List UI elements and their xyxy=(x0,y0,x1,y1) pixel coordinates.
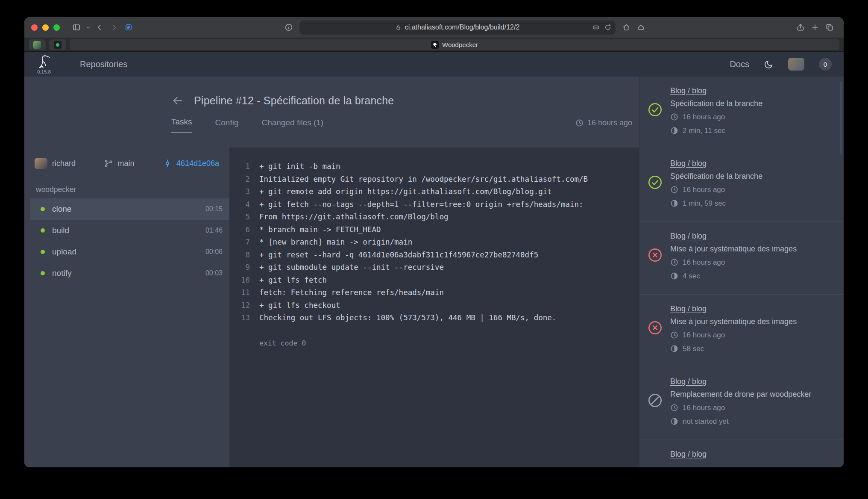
tab-title: Woodpecker xyxy=(442,41,478,48)
tab-tasks[interactable]: Tasks xyxy=(171,117,192,133)
browser-window: ci.athaliasoft.com/Blog/blog/build/12/2 … xyxy=(24,17,844,467)
zoom-button[interactable] xyxy=(53,24,60,31)
build-duration-text: 2 min, 11 sec xyxy=(683,125,725,136)
commit-link[interactable]: 4614d1e06a xyxy=(163,159,219,168)
sidebar-chevron-icon[interactable] xyxy=(84,21,92,34)
commit-sha: 4614d1e06a xyxy=(176,159,219,168)
build-time-text: 16 hours ago xyxy=(683,330,725,340)
build-item[interactable]: Blog / blog Spécification de la branche … xyxy=(639,149,844,222)
builds-sidebar: Blog / blog Spécification de la branche … xyxy=(639,77,844,467)
forward-button[interactable] xyxy=(107,21,121,34)
cloud-tabs-button[interactable] xyxy=(633,21,648,34)
build-message: Spécification de la branche xyxy=(670,98,762,109)
step-status-dot xyxy=(41,207,45,211)
build-repo-link[interactable]: Blog / blog xyxy=(670,377,707,386)
tab-overview-button[interactable] xyxy=(822,21,837,34)
woodpecker-bird-icon xyxy=(36,54,52,70)
build-success-icon xyxy=(647,159,664,216)
step-upload[interactable]: upload 00:06 xyxy=(30,241,229,263)
log-line-text: fetch: Fetching reference refs/heads/mai… xyxy=(259,286,444,299)
dark-mode-toggle-moon-icon[interactable] xyxy=(764,59,774,69)
log-line-number: 7 xyxy=(237,236,250,249)
build-duration: not started yet xyxy=(670,416,811,427)
step-build[interactable]: build 01:46 xyxy=(30,220,229,241)
exit-code: exit code 0 xyxy=(237,337,632,350)
step-status-dot xyxy=(41,250,45,254)
notifications-badge[interactable]: 0 xyxy=(819,58,832,71)
log-line-number: 2 xyxy=(237,173,250,186)
build-item[interactable]: Blog / blog Mise à jour systématique des… xyxy=(639,295,844,367)
back-button[interactable] xyxy=(92,21,107,34)
build-item[interactable]: Blog / blog xyxy=(639,440,844,467)
reload-icon[interactable] xyxy=(604,24,612,31)
build-duration-text: 1 min, 59 sec xyxy=(683,198,726,209)
build-status-icon xyxy=(647,449,664,467)
build-time-text: 16 hours ago xyxy=(683,257,725,268)
clock-icon xyxy=(670,258,678,266)
log-line-number: 9 xyxy=(237,261,250,274)
address-bar[interactable]: ci.athaliasoft.com/Blog/blog/build/12/2 xyxy=(299,21,616,35)
app-navbar: 0.15.8 Repositories Docs 0 xyxy=(24,52,844,77)
build-repo-link[interactable]: Blog / blog xyxy=(670,232,707,241)
minimize-button[interactable] xyxy=(42,24,49,31)
build-repo-link[interactable]: Blog / blog xyxy=(670,159,707,168)
active-browser-tab[interactable]: Woodpecker xyxy=(70,39,839,50)
pinned-tab-1[interactable] xyxy=(29,39,46,50)
share-button[interactable] xyxy=(793,21,808,34)
log-panel[interactable]: 1+ git init -b main 2Initialized empty G… xyxy=(229,148,639,467)
elapsed-icon xyxy=(670,199,678,207)
author-avatar xyxy=(35,158,47,169)
build-failure-icon xyxy=(647,231,664,288)
website-settings-icon[interactable] xyxy=(592,24,600,31)
nav-repositories[interactable]: Repositories xyxy=(80,59,127,69)
close-button[interactable] xyxy=(31,24,38,31)
home-button[interactable] xyxy=(619,21,633,34)
clock-icon xyxy=(670,186,678,194)
log-line-text: + git fetch --no-tags --depth=1 --filter… xyxy=(259,198,584,211)
log-line: 8+ git reset --hard -q 4614d1e06a3dabf31… xyxy=(237,249,632,262)
step-status-dot xyxy=(41,228,45,233)
pipeline-header: Pipeline #12 - Spécification de la branc… xyxy=(24,77,639,148)
log-line-text: + git lfs fetch xyxy=(259,274,327,287)
app-version: 0.15.8 xyxy=(37,69,51,74)
build-item[interactable]: Blog / blog Remplacement de drone par wo… xyxy=(639,367,844,440)
tab-changed-files[interactable]: Changed files (1) xyxy=(262,118,324,133)
woodpecker-favicon xyxy=(431,41,439,49)
tab-config[interactable]: Config xyxy=(215,118,239,133)
build-duration-text: not started yet xyxy=(683,416,729,427)
info-icon[interactable] xyxy=(282,21,296,34)
log-line-number: 13 xyxy=(237,312,250,325)
build-item[interactable]: Blog / blog Mise à jour systématique des… xyxy=(639,222,844,295)
clock-icon xyxy=(670,113,678,121)
clock-icon xyxy=(575,119,584,127)
commit-icon xyxy=(163,159,172,168)
build-not-started-icon xyxy=(647,377,664,434)
sidebar-scrollbar[interactable] xyxy=(840,82,842,154)
woodpecker-logo[interactable]: 0.15.8 xyxy=(36,54,52,74)
build-duration-text: 58 sec xyxy=(683,343,704,354)
build-item[interactable]: Blog / blog Spécification de la branche … xyxy=(639,77,844,149)
log-line: 2Initialized empty Git repository in /wo… xyxy=(237,173,632,186)
sidebar-toggle-button[interactable] xyxy=(69,21,84,34)
nav-docs[interactable]: Docs xyxy=(730,59,749,69)
log-line: 9+ git submodule update --init --recursi… xyxy=(237,261,632,274)
log-line: 10+ git lfs fetch xyxy=(237,274,632,287)
pipeline-time-text: 16 hours ago xyxy=(587,118,632,127)
extension-icon[interactable] xyxy=(121,21,136,34)
build-repo-link[interactable]: Blog / blog xyxy=(670,450,707,459)
steps-panel: richard main 4614d1e06a woodpecker xyxy=(24,148,229,467)
build-repo-link[interactable]: Blog / blog xyxy=(670,304,707,313)
build-repo-link[interactable]: Blog / blog xyxy=(670,86,707,95)
url-text: ci.athaliasoft.com/Blog/blog/build/12/2 xyxy=(405,24,520,31)
pinned-tab-2[interactable] xyxy=(49,39,66,50)
build-message: Spécification de la branche xyxy=(670,171,762,181)
step-notify[interactable]: notify 00:03 xyxy=(30,263,229,284)
back-arrow-icon[interactable] xyxy=(171,94,184,107)
log-line-text: Initialized empty Git repository in /woo… xyxy=(259,173,588,186)
step-clone[interactable]: clone 00:15 xyxy=(30,198,229,220)
build-message: Mise à jour systématique des images xyxy=(670,244,797,254)
new-tab-button[interactable] xyxy=(808,21,822,34)
user-avatar[interactable] xyxy=(788,58,804,71)
step-name: build xyxy=(52,226,69,235)
lock-icon xyxy=(395,24,402,31)
